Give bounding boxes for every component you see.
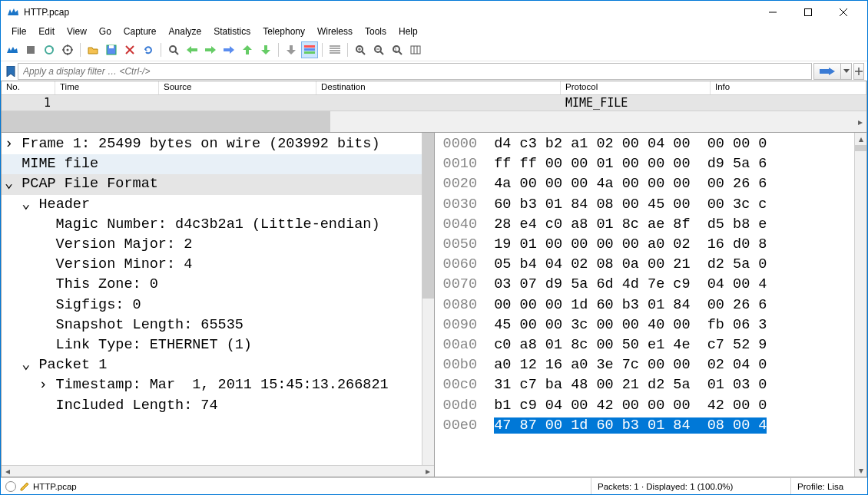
- menu-go[interactable]: Go: [93, 25, 118, 38]
- hex-row[interactable]: 00d0 b1 c9 04 00 42 00 00 00 42 00 0: [435, 396, 855, 416]
- tree-row[interactable]: MIME file: [2, 154, 422, 174]
- hex-row[interactable]: 0020 4a 00 00 00 4a 00 00 00 00 26 6: [435, 174, 855, 194]
- zoom-out-icon[interactable]: [370, 41, 387, 58]
- packet-details-tree[interactable]: › Frame 1: 25499 bytes on wire (203992 b…: [2, 133, 422, 465]
- go-forward-icon[interactable]: [202, 41, 219, 58]
- scroll-thumb[interactable]: [422, 133, 434, 299]
- close-button[interactable]: [826, 1, 861, 24]
- hex-row[interactable]: 0090 45 00 00 3c 00 00 40 00 fb 06 3: [435, 315, 855, 335]
- column-destination[interactable]: Destination: [316, 81, 561, 94]
- hex-view[interactable]: 0000 d4 c3 b2 a1 02 00 04 00 00 00 0 001…: [435, 133, 855, 477]
- reload-file-icon[interactable]: [140, 41, 157, 58]
- hex-row[interactable]: 00c0 31 c7 ba 48 00 21 d2 5a 01 03 0: [435, 375, 855, 395]
- find-packet-icon[interactable]: [165, 41, 182, 58]
- scroll-thumb[interactable]: [855, 145, 866, 151]
- tree-row[interactable]: › Timestamp: Mar 1, 2011 15:45:13.266821: [2, 375, 422, 395]
- menu-edit[interactable]: Edit: [32, 25, 61, 38]
- packet-list-header: No. Time Source Destination Protocol Inf…: [2, 81, 866, 95]
- go-first-icon[interactable]: [239, 41, 256, 58]
- svg-point-7: [67, 49, 69, 51]
- hex-row[interactable]: 0000 d4 c3 b2 a1 02 00 04 00 00 00 0: [435, 134, 855, 154]
- minimize-button[interactable]: [755, 1, 790, 24]
- maximize-button[interactable]: [790, 1, 826, 24]
- hex-row[interactable]: 00e0 47 87 00 1d 60 b3 01 84 08 00 4: [435, 416, 855, 436]
- hex-row[interactable]: 0050 19 01 00 00 00 00 a0 02 16 d0 8: [435, 235, 855, 255]
- go-back-icon[interactable]: [184, 41, 200, 58]
- restart-capture-icon[interactable]: [41, 41, 58, 58]
- capture-options-icon[interactable]: [59, 41, 76, 58]
- column-source[interactable]: Source: [159, 81, 316, 94]
- scroll-up-icon[interactable]: ▴: [855, 133, 866, 145]
- scroll-down-icon[interactable]: ▾: [855, 464, 866, 477]
- display-filter-input[interactable]: [18, 63, 812, 80]
- resize-columns-icon[interactable]: [407, 41, 424, 58]
- menu-tools[interactable]: Tools: [359, 25, 393, 38]
- zoom-in-icon[interactable]: [352, 41, 369, 58]
- stop-capture-icon[interactable]: [22, 41, 39, 58]
- tree-row[interactable]: Sigfigs: 0: [2, 295, 422, 315]
- expert-info-icon[interactable]: [5, 481, 16, 492]
- tree-row[interactable]: ⌄ Packet 1: [2, 355, 422, 375]
- tree-row[interactable]: ⌄ PCAP File Format: [2, 174, 422, 194]
- svg-rect-1: [805, 9, 812, 16]
- menu-wireless[interactable]: Wireless: [311, 25, 359, 38]
- scroll-right-icon[interactable]: ▸: [422, 466, 434, 477]
- zoom-reset-icon[interactable]: 1: [389, 41, 406, 58]
- hex-row[interactable]: 00a0 c0 a8 01 8c 00 50 e1 4e c7 52 9: [435, 335, 855, 355]
- scroll-right-icon[interactable]: ▸: [854, 111, 866, 132]
- tree-row[interactable]: Magic Number: d4c3b2a1 (Little-endian): [2, 215, 422, 235]
- tree-row[interactable]: ⌄ Header: [2, 195, 422, 215]
- column-no[interactable]: No.: [2, 81, 55, 94]
- edit-capture-comment-icon[interactable]: [19, 480, 30, 493]
- add-filter-button[interactable]: [853, 63, 864, 80]
- wireshark-icon: [7, 6, 19, 18]
- go-to-packet-icon[interactable]: [220, 41, 237, 58]
- menu-file[interactable]: File: [5, 25, 32, 38]
- column-protocol[interactable]: Protocol: [561, 81, 711, 94]
- column-time[interactable]: Time: [55, 81, 159, 94]
- tree-row[interactable]: This Zone: 0: [2, 275, 422, 295]
- packet-row[interactable]: 1 MIME_FILE: [2, 95, 866, 111]
- bookmark-filter-icon[interactable]: [4, 64, 18, 78]
- start-capture-icon[interactable]: [4, 41, 21, 58]
- colorize-packets-icon[interactable]: [301, 41, 318, 58]
- apply-filter-button[interactable]: [813, 63, 841, 80]
- open-file-icon[interactable]: [84, 41, 101, 58]
- scroll-thumb[interactable]: [2, 111, 330, 132]
- hex-vscroll[interactable]: ▴ ▾: [854, 133, 866, 477]
- tree-row[interactable]: Version Major: 2: [2, 235, 422, 255]
- menu-telephony[interactable]: Telephony: [257, 25, 311, 38]
- menu-view[interactable]: View: [61, 25, 93, 38]
- menu-help[interactable]: Help: [393, 25, 424, 38]
- hex-row[interactable]: 0060 05 b4 04 02 08 0a 00 21 d2 5a 0: [435, 255, 855, 275]
- hex-row[interactable]: 00b0 a0 12 16 a0 3e 7c 00 00 02 04 0: [435, 355, 855, 375]
- details-vscroll[interactable]: [422, 133, 434, 465]
- tree-row[interactable]: Link Type: ETHERNET (1): [2, 335, 422, 355]
- svg-rect-19: [304, 48, 315, 51]
- packet-list-hscroll[interactable]: ◂ ▸: [2, 111, 866, 132]
- hex-row[interactable]: 0030 60 b3 01 84 08 00 45 00 00 3c c: [435, 195, 855, 215]
- close-file-icon[interactable]: [121, 41, 138, 58]
- tree-row[interactable]: Snapshot Length: 65535: [2, 315, 422, 335]
- go-last-icon[interactable]: [257, 41, 274, 58]
- hex-row[interactable]: 0070 03 07 d9 5a 6d 4d 7e c9 04 00 4: [435, 275, 855, 295]
- menu-statistics[interactable]: Statistics: [207, 25, 257, 38]
- tree-row[interactable]: Version Minor: 4: [2, 255, 422, 275]
- tree-row[interactable]: › Frame 1: 25499 bytes on wire (203992 b…: [2, 134, 422, 154]
- scroll-left-icon[interactable]: ◂: [2, 466, 14, 477]
- hex-row[interactable]: 0080 00 00 00 1d 60 b3 01 84 00 26 6: [435, 295, 855, 315]
- tree-row[interactable]: Included Length: 74: [2, 396, 422, 416]
- column-info[interactable]: Info: [711, 81, 866, 94]
- menu-analyze[interactable]: Analyze: [163, 25, 208, 38]
- svg-rect-38: [820, 69, 829, 74]
- packet-list-layout-icon[interactable]: [326, 41, 343, 58]
- menu-capture[interactable]: Capture: [118, 25, 163, 38]
- details-hscroll[interactable]: ◂ ▸: [2, 465, 434, 477]
- filter-history-dropdown[interactable]: [841, 63, 852, 80]
- hex-row[interactable]: 0010 ff ff 00 00 01 00 00 00 d9 5a 6: [435, 154, 855, 174]
- auto-scroll-icon[interactable]: [283, 41, 300, 58]
- filter-bar: [1, 61, 867, 81]
- hex-row[interactable]: 0040 28 e4 c0 a8 01 8c ae 8f d5 b8 e: [435, 215, 855, 235]
- status-profile[interactable]: Profile: Lisa: [790, 478, 867, 494]
- save-file-icon[interactable]: [103, 41, 120, 58]
